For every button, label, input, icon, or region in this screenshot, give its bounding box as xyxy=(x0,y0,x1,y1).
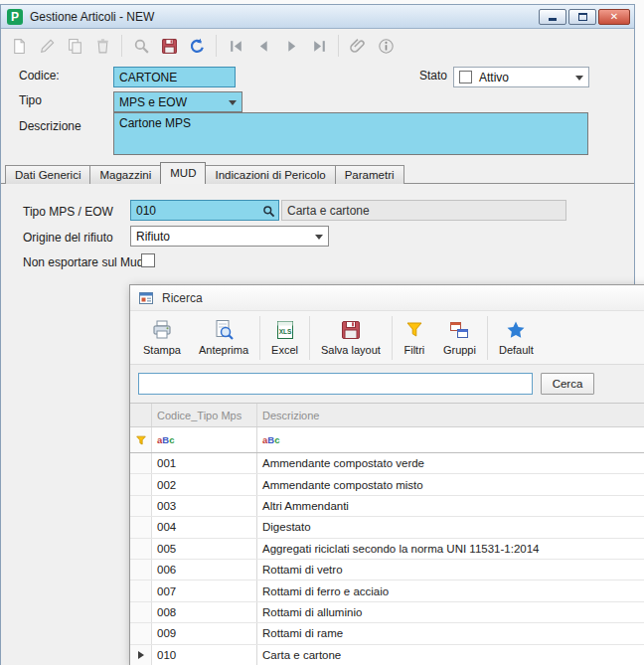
table-row-current[interactable]: 010 Carta e cartone xyxy=(130,645,644,665)
non-esportare-checkbox[interactable] xyxy=(141,253,155,267)
next-record-button[interactable] xyxy=(279,33,303,59)
new-document-icon xyxy=(11,38,28,55)
printer-icon xyxy=(151,319,173,341)
edit-button[interactable] xyxy=(35,33,59,59)
column-header-codice[interactable]: Codice_Tipo Mps xyxy=(152,404,257,426)
table-row[interactable]: 002 Ammendante compostato misto xyxy=(130,474,644,495)
table-row[interactable]: 001 Ammendante compostato verde xyxy=(130,453,644,474)
stato-combobox[interactable]: Attivo xyxy=(453,67,589,87)
maximize-icon xyxy=(578,13,587,21)
cell-codice[interactable]: 008 xyxy=(152,602,257,622)
lookup-magnifier-icon xyxy=(262,205,275,218)
cell-descrizione[interactable]: Ammendante compostato misto xyxy=(257,474,644,494)
window-title: Gestione Articoli - NEW xyxy=(30,10,154,24)
stampa-button[interactable]: Stampa xyxy=(134,314,190,362)
excel-button[interactable]: XLS Excel xyxy=(262,314,307,362)
cell-descrizione[interactable]: Aggregati riciclati secondo la norma UNI… xyxy=(257,539,644,559)
last-record-button[interactable] xyxy=(307,33,331,59)
salva-layout-button[interactable]: Salva layout xyxy=(312,314,390,362)
tab-indicazioni-di-pericolo[interactable]: Indicazioni di Pericolo xyxy=(205,165,335,184)
tipo-mps-lookup-button[interactable] xyxy=(260,203,276,219)
table-row[interactable]: 009 Rottami di rame xyxy=(130,623,644,644)
cell-descrizione[interactable]: Rottami di ferro e acciaio xyxy=(257,581,644,600)
previous-record-button[interactable] xyxy=(251,33,275,59)
table-row[interactable]: 004 Digestato xyxy=(130,517,644,538)
cell-codice[interactable]: 003 xyxy=(152,496,257,516)
default-star-icon xyxy=(505,319,527,341)
table-row[interactable]: 005 Aggregati riciclati secondo la norma… xyxy=(130,539,644,560)
filter-cell-descrizione[interactable]: aBc xyxy=(257,427,644,452)
ricerca-titlebar[interactable]: Ricerca xyxy=(130,285,644,311)
table-row[interactable]: 003 Altri Ammendanti xyxy=(130,496,644,517)
table-row[interactable]: 007 Rottami di ferro e acciaio xyxy=(130,581,644,601)
tab-magazzini[interactable]: Magazzini xyxy=(89,165,161,184)
cell-descrizione[interactable]: Rottami di alluminio xyxy=(257,602,644,622)
gruppi-button[interactable]: Gruppi xyxy=(434,314,485,362)
info-button[interactable] xyxy=(374,33,398,59)
screen: P Gestione Articoli - NEW ✕ xyxy=(0,0,644,665)
tipo-combobox[interactable]: MPS e EOW xyxy=(113,91,242,112)
excel-label: Excel xyxy=(271,344,298,356)
row-header xyxy=(130,560,152,580)
app-logo-icon: P xyxy=(7,9,23,25)
chevron-down-icon xyxy=(575,76,583,81)
first-record-button[interactable] xyxy=(224,33,247,59)
cell-descrizione[interactable]: Ammendante compostato verde xyxy=(257,453,644,473)
cell-descrizione[interactable]: Digestato xyxy=(257,517,644,537)
tab-mud[interactable]: MUD xyxy=(160,162,206,184)
cell-codice[interactable]: 007 xyxy=(152,581,257,600)
cell-codice[interactable]: 006 xyxy=(152,560,257,580)
codice-field[interactable]: CARTONE xyxy=(113,67,236,87)
toolbar-separator xyxy=(392,316,393,360)
tab-dati-generici[interactable]: Dati Generici xyxy=(5,165,90,184)
cell-descrizione[interactable]: Rottami di vetro xyxy=(257,560,644,580)
new-document-button[interactable] xyxy=(7,33,31,59)
cell-codice[interactable]: 004 xyxy=(152,517,257,537)
ricerca-window-icon xyxy=(138,290,154,306)
non-esportare-label: Non esportare sul Mud xyxy=(23,255,143,269)
cell-codice[interactable]: 002 xyxy=(152,474,257,494)
origine-rifiuto-combobox[interactable]: Rifiuto xyxy=(130,226,329,247)
cell-codice[interactable]: 009 xyxy=(152,623,257,643)
ricerca-search-input[interactable] xyxy=(138,373,533,395)
main-titlebar[interactable]: P Gestione Articoli - NEW ✕ xyxy=(1,5,634,29)
cell-descrizione[interactable]: Rottami di rame xyxy=(257,623,644,643)
close-icon: ✕ xyxy=(610,12,618,22)
grid-header-corner xyxy=(130,404,152,426)
table-row[interactable]: 008 Rottami di alluminio xyxy=(130,602,644,623)
tipo-mps-field[interactable]: 010 xyxy=(130,200,279,221)
save-layout-icon xyxy=(340,319,362,341)
copy-button[interactable] xyxy=(63,33,86,59)
tipo-label: Tipo xyxy=(19,93,42,107)
descrizione-field[interactable]: Cartone MPS xyxy=(113,112,588,155)
attachments-button[interactable] xyxy=(346,33,370,59)
cell-descrizione[interactable]: Carta e cartone xyxy=(257,645,644,665)
grid-filter-row: aBc aBc xyxy=(130,427,644,453)
maximize-button[interactable] xyxy=(568,9,596,25)
row-header xyxy=(130,517,152,537)
cell-codice[interactable]: 001 xyxy=(152,453,257,473)
default-button[interactable]: Default xyxy=(490,314,543,362)
delete-button[interactable] xyxy=(90,33,114,59)
table-row[interactable]: 006 Rottami di vetro xyxy=(130,560,644,581)
cell-codice[interactable]: 010 xyxy=(152,645,257,665)
cell-descrizione[interactable]: Altri Ammendanti xyxy=(257,496,644,516)
close-button[interactable]: ✕ xyxy=(598,9,630,25)
row-header xyxy=(130,623,152,643)
default-label: Default xyxy=(499,344,534,356)
filtri-button[interactable]: Filtri xyxy=(395,314,434,362)
cerca-button[interactable]: Cerca xyxy=(541,373,594,395)
ricerca-title: Ricerca xyxy=(162,291,203,305)
save-button[interactable] xyxy=(157,33,181,59)
minimize-button[interactable] xyxy=(539,9,566,25)
filter-cell-codice[interactable]: aBc xyxy=(152,427,257,452)
column-header-descrizione[interactable]: Descrizione xyxy=(257,404,644,426)
filter-row-funnel-icon xyxy=(135,434,147,446)
codice-label: Codice: xyxy=(19,69,60,83)
refresh-button[interactable] xyxy=(185,33,209,59)
tab-parametri[interactable]: Parametri xyxy=(335,165,404,184)
anteprima-button[interactable]: Anteprima xyxy=(190,314,257,362)
search-button[interactable] xyxy=(129,33,153,59)
chevron-down-icon xyxy=(229,100,237,105)
cell-codice[interactable]: 005 xyxy=(152,539,257,559)
